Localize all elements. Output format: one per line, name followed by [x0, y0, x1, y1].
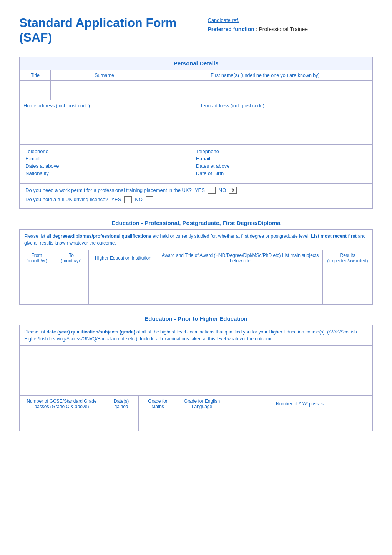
col-results-header: Results (expected/awarded)	[323, 250, 373, 266]
gcse-table: Number of GCSE/Standard Grade passes (Gr…	[19, 396, 373, 431]
title-field[interactable]	[20, 80, 51, 100]
prior-edu-content-area[interactable]	[19, 346, 373, 396]
prior-inst-bold: date (year) qualification/subjects (grad…	[47, 329, 135, 335]
gcse-col2-header: Date(s) gained	[104, 396, 139, 412]
name-table: Title Surname First name(s) (underline t…	[20, 70, 372, 100]
edu-results-cell[interactable]	[323, 266, 373, 304]
personal-details-section: Personal Details Title Surname First nam…	[19, 57, 373, 209]
education-professional-instructions: Please list all degrees/diplomas/profess…	[19, 229, 373, 250]
driving-yes-checkbox[interactable]	[124, 196, 132, 203]
col-institution-header: Higher Education Institution	[89, 250, 158, 266]
col-from-header: From (month/yr)	[20, 250, 54, 266]
email-right-row: E-mail	[196, 156, 367, 162]
driving-row: Do you hold a full UK driving licence? Y…	[25, 196, 367, 203]
instructions-bold: degrees/diplomas/professional qualificat…	[52, 233, 151, 239]
firstname-field[interactable]	[158, 80, 372, 100]
prior-inst-part1: Please list	[24, 329, 47, 335]
fields-section: Telephone E-mail Dates at above National…	[20, 145, 372, 183]
gcse-col5-header: Number of A/A* passes	[227, 396, 373, 412]
telephone-right-label: Telephone	[196, 148, 242, 154]
preferred-function-value: : Professional Trainee	[256, 26, 308, 32]
telephone-right-row: Telephone	[196, 148, 367, 154]
email-right-label: E-mail	[196, 156, 242, 162]
dob-label: Date of Birth	[196, 170, 242, 176]
work-permit-row: Do you need a work permit for a professi…	[25, 187, 367, 194]
driving-question: Do you hold a full UK driving licence?	[25, 197, 108, 202]
gcse-astar-cell[interactable]	[227, 412, 373, 431]
preferred-function-label: Preferred function	[208, 26, 254, 32]
candidate-ref-label: Candidate ref.	[208, 17, 373, 23]
gcse-maths-cell[interactable]	[139, 412, 177, 431]
nationality-row: Nationality	[25, 170, 196, 176]
email-left-row: E-mail	[25, 156, 196, 162]
dob-row: Date of Birth	[196, 170, 367, 176]
checkbox-section: Do you need a work permit for a professi…	[20, 183, 372, 208]
edu-institution-cell[interactable]	[89, 266, 158, 304]
instructions-part2: etc held or currently studied for, wheth…	[151, 233, 310, 239]
home-address-field[interactable]	[23, 110, 192, 141]
work-permit-yes-checkbox[interactable]	[208, 187, 216, 194]
work-permit-yes-label: YES	[195, 187, 205, 193]
col-firstname-header: First name(s) (underline the one you are…	[158, 70, 372, 80]
preferred-function: Preferred function : Professional Traine…	[208, 26, 373, 32]
edu-from-cell[interactable]	[20, 266, 54, 304]
education-professional-table: From (month/yr) To (month/yr) Higher Edu…	[19, 250, 373, 305]
term-address-col: Term address (incl. post code)	[196, 100, 373, 144]
dates-right-row: Dates at above	[196, 163, 367, 169]
gcse-col3-header: Grade for Maths	[139, 396, 177, 412]
address-section: Home address (incl. post code) Term addr…	[20, 100, 372, 145]
work-permit-question: Do you need a work permit for a professi…	[25, 187, 192, 193]
header-right: Candidate ref. Preferred function : Prof…	[208, 15, 373, 32]
education-professional-title: Education - Professional, Postgraduate, …	[19, 217, 373, 229]
gcse-dates-cell[interactable]	[104, 412, 139, 431]
term-address-label: Term address (incl. post code)	[200, 103, 369, 108]
col-award-header: Award and Title of Award (HND/Degree/Dip…	[158, 250, 323, 266]
fields-left-col: Telephone E-mail Dates at above National…	[25, 148, 196, 178]
header-left: Standard Application Form (SAF)	[19, 15, 184, 45]
dates-left-row: Dates at above	[25, 163, 196, 169]
gcse-passes-cell[interactable]	[20, 412, 104, 431]
col-surname-header: Surname	[51, 70, 158, 80]
instructions-bold2: List most recent first	[311, 233, 357, 239]
edu-award-cell[interactable]	[158, 266, 323, 304]
instructions-part1: Please list all	[24, 233, 52, 239]
telephone-left-label: Telephone	[25, 148, 71, 154]
page-title: Standard Application Form (SAF)	[19, 15, 184, 45]
edu-to-cell[interactable]	[54, 266, 89, 304]
personal-details-title: Personal Details	[20, 57, 372, 70]
education-prior-section: Education - Prior to Higher Education Pl…	[19, 312, 373, 431]
gcse-english-cell[interactable]	[177, 412, 227, 431]
home-address-col: Home address (incl. post code)	[20, 100, 196, 144]
education-prior-instructions: Please list date (year) qualification/su…	[19, 325, 373, 346]
work-permit-no-checkbox[interactable]: X	[229, 187, 237, 194]
education-prior-title: Education - Prior to Higher Education	[19, 312, 373, 325]
driving-no-checkbox[interactable]	[146, 196, 153, 203]
driving-yes-label: YES	[111, 197, 121, 202]
fields-right-col: Telephone E-mail Dates at above Date of …	[196, 148, 367, 178]
surname-field[interactable]	[51, 80, 158, 100]
education-professional-section: Education - Professional, Postgraduate, …	[19, 217, 373, 305]
gcse-col1-header: Number of GCSE/Standard Grade passes (Gr…	[20, 396, 104, 412]
page-header: Standard Application Form (SAF) Candidat…	[19, 15, 373, 45]
driving-no-label: NO	[135, 197, 143, 202]
gcse-col4-header: Grade for English Language	[177, 396, 227, 412]
email-left-label: E-mail	[25, 156, 71, 162]
col-title-header: Title	[20, 70, 51, 80]
nationality-label: Nationality	[25, 170, 71, 176]
telephone-left-row: Telephone	[25, 148, 196, 154]
term-address-field[interactable]	[200, 110, 369, 141]
home-address-label: Home address (incl. post code)	[23, 103, 192, 108]
dates-left-label: Dates at above	[25, 163, 71, 169]
work-permit-no-label: NO	[219, 187, 226, 193]
dates-right-label: Dates at above	[196, 163, 242, 169]
header-divider	[196, 15, 196, 45]
col-to-header: To (month/yr)	[54, 250, 89, 266]
